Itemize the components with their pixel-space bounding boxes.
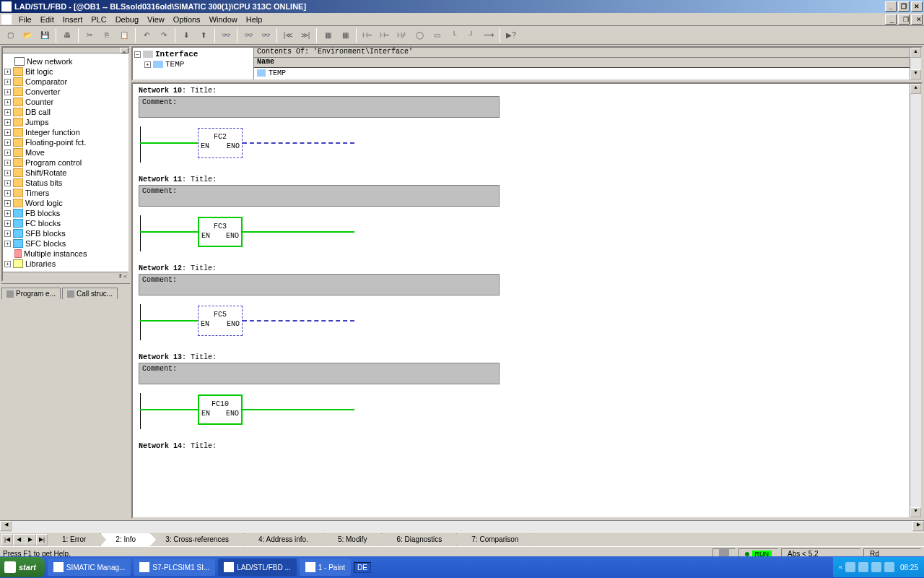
restore-button[interactable]: ❐ — [898, 1, 910, 12]
scroll-left-icon[interactable]: ◀ — [0, 521, 12, 531]
download-icon[interactable]: ⬇ — [178, 27, 194, 43]
catalog-tree[interactable]: New network +Bit logic+Comparator+Conver… — [3, 53, 128, 272]
tree-libraries[interactable]: + Libraries — [4, 259, 127, 269]
tree-item-db-call[interactable]: +DB call — [4, 107, 127, 117]
tab-comparison[interactable]: 7: Comparison — [457, 533, 533, 546]
interface-row-temp[interactable]: TEMP — [254, 68, 910, 79]
comment-box[interactable]: Comment: — [139, 96, 500, 118]
goto-end-icon[interactable]: ≫| — [297, 27, 313, 43]
redo-icon[interactable]: ↷ — [156, 27, 172, 43]
tab-prev-icon[interactable]: ◀ — [13, 534, 25, 545]
task-plcsim[interactable]: S7-PLCSIM1 SI... — [134, 558, 215, 576]
task-simatic[interactable]: SIMATIC Manag... — [48, 558, 131, 576]
tab-cross-ref[interactable]: 3: Cross-references — [151, 533, 244, 546]
tree-new-network[interactable]: New network — [4, 56, 127, 66]
copy-icon[interactable]: ⎘ — [99, 27, 115, 43]
language-indicator[interactable]: DE — [354, 562, 371, 573]
task-lad[interactable]: LAD/STL/FBD ... — [218, 558, 296, 576]
close-panel-icon[interactable]: × — [120, 48, 128, 53]
tree-item-status-bits[interactable]: +Status bits — [4, 178, 127, 188]
expand-icon[interactable]: + — [144, 61, 151, 68]
expand-icon[interactable]: + — [4, 200, 11, 207]
menu-help[interactable]: Help — [242, 15, 267, 24]
menu-insert[interactable]: Insert — [58, 15, 87, 24]
tray-icon[interactable] — [845, 562, 855, 572]
expand-icon[interactable]: + — [4, 230, 11, 237]
name-column-header[interactable]: Name — [254, 58, 910, 68]
tree-item-fb-blocks[interactable]: +FB blocks — [4, 208, 127, 218]
menu-plc[interactable]: PLC — [87, 15, 110, 24]
tab-next-icon[interactable]: ▶ — [25, 534, 36, 545]
scroll-down-icon[interactable]: ▼ — [910, 507, 921, 517]
scroll-right-icon[interactable]: ▶ — [912, 521, 924, 531]
tree-item-timers[interactable]: +Timers — [4, 188, 127, 198]
fc-block[interactable]: FC5ENENO — [198, 306, 243, 336]
print-icon[interactable]: 🖶 — [59, 27, 75, 43]
network-editor[interactable]: Network 10: Title:Comment:FC2ENENONetwor… — [131, 82, 923, 519]
taskbar-clock[interactable]: 08:25 — [900, 564, 918, 571]
expand-icon[interactable]: + — [4, 109, 11, 116]
tree-item-jumps[interactable]: +Jumps — [4, 117, 127, 127]
tree-item-counter[interactable]: +Counter — [4, 97, 127, 107]
expand-icon[interactable]: + — [4, 190, 11, 197]
tab-first-icon[interactable]: |◀ — [1, 534, 13, 545]
collapse-icon[interactable]: − — [134, 51, 141, 58]
expand-icon[interactable]: + — [4, 220, 11, 227]
glasses-icon[interactable]: 👓 — [240, 27, 256, 43]
coil-icon[interactable]: ◯ — [411, 27, 427, 43]
tree-item-sfc-blocks[interactable]: +SFC blocks — [4, 238, 127, 249]
expand-icon[interactable]: + — [4, 261, 11, 267]
mdi-restore-button[interactable]: ❐ — [898, 14, 910, 25]
new-icon[interactable]: ▢ — [2, 27, 18, 43]
expand-icon[interactable]: + — [4, 150, 11, 156]
expand-icon[interactable]: + — [4, 69, 11, 75]
close-button[interactable]: ✕ — [911, 1, 923, 12]
glasses2-icon[interactable]: 👓 — [258, 27, 274, 43]
goto-start-icon[interactable]: |≪ — [280, 27, 296, 43]
tab-last-icon[interactable]: ▶| — [36, 534, 48, 545]
n11[interactable]: Network 11: Title:Comment:FC3ENENO — [139, 176, 915, 251]
minimize-button[interactable]: _ — [885, 1, 897, 12]
interface-tree[interactable]: −Interface +TEMP — [133, 48, 254, 79]
connect-icon[interactable]: ⟶ — [481, 27, 497, 43]
n12[interactable]: Network 12: Title:Comment:FC5ENENO — [139, 264, 915, 340]
n13[interactable]: Network 13: Title:Comment:FC10ENENO — [139, 353, 915, 429]
menu-file[interactable]: File — [14, 15, 36, 24]
tab-diagnostics[interactable]: 6: Diagnostics — [382, 533, 457, 546]
tree-item-bit-logic[interactable]: +Bit logic — [4, 66, 127, 77]
tab-program-elements[interactable]: Program e... — [1, 288, 61, 299]
task-paint[interactable]: 1 - Paint — [300, 558, 351, 576]
vscroll[interactable]: ▲ ▼ — [910, 48, 921, 79]
fc-block[interactable]: FC10ENENO — [198, 394, 243, 425]
tree-item-sfb-blocks[interactable]: +SFB blocks — [4, 228, 127, 238]
tab-address[interactable]: 4: Address info. — [244, 533, 323, 546]
n10[interactable]: Network 10: Title:Comment:FC2ENENO — [139, 87, 915, 163]
tab-error[interactable]: 1: Error — [48, 533, 101, 546]
tree-item-integer-function[interactable]: +Integer function — [4, 127, 127, 137]
fc-block[interactable]: FC2ENENO — [198, 128, 243, 158]
tray-icon[interactable] — [871, 562, 881, 572]
start-button[interactable]: start — [0, 557, 45, 577]
tab-call-structure[interactable]: Call struc... — [62, 288, 118, 299]
tree-item-floating-point-fct-[interactable]: +Floating-point fct. — [4, 137, 127, 147]
expand-icon[interactable]: + — [4, 170, 11, 176]
branch-open-icon[interactable]: └ — [446, 27, 462, 43]
tree-item-program-control[interactable]: +Program control — [4, 158, 127, 168]
upload-icon[interactable]: ⬆ — [196, 27, 212, 43]
save-icon[interactable]: 💾 — [37, 27, 53, 43]
tree-item-fc-blocks[interactable]: +FC blocks — [4, 218, 127, 228]
undo-icon[interactable]: ↶ — [139, 27, 154, 43]
expand-icon[interactable]: + — [4, 129, 11, 136]
scroll-up-icon[interactable]: ▲ — [910, 48, 921, 58]
mdi-minimize-button[interactable]: _ — [885, 14, 897, 25]
menu-view[interactable]: View — [143, 15, 169, 24]
n14[interactable]: Network 14: Title: — [139, 442, 915, 450]
paste-icon[interactable]: 📋 — [116, 27, 132, 43]
branch-close-icon[interactable]: ┘ — [463, 27, 479, 43]
expand-icon[interactable]: + — [4, 160, 11, 166]
tray-icon[interactable] — [884, 562, 894, 572]
view2-icon[interactable]: ▦ — [337, 27, 353, 43]
menu-options[interactable]: Options — [169, 15, 205, 24]
monitor-icon[interactable]: 👓 — [218, 27, 234, 43]
contact-nc-icon[interactable]: ⊦⊬ — [394, 27, 410, 43]
